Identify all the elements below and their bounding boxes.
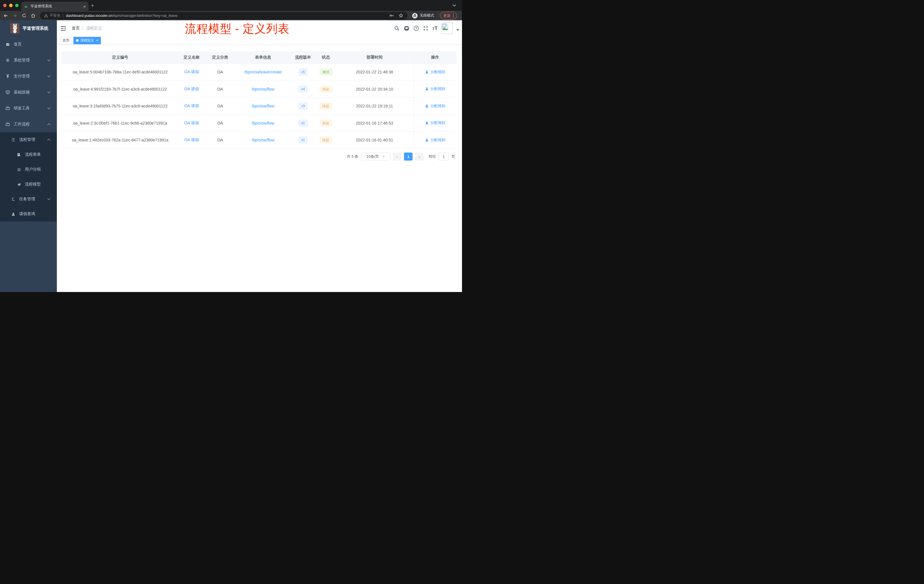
sidebar-item-home[interactable]: 首页 [0, 36, 57, 52]
form-link[interactable]: /bpm/oa/flow [252, 104, 274, 108]
robot-face-icon [16, 167, 21, 172]
definition-name-link[interactable]: OA 请假 [184, 69, 199, 74]
definition-category: OA [204, 81, 237, 98]
tag-close-icon[interactable]: × [96, 39, 98, 43]
definition-id: oa_leave:3:1fad3d93-7b75-11ec-a3c8-acde4… [61, 98, 180, 115]
definition-name-link[interactable]: OA 请假 [184, 87, 199, 91]
table-row: oa_leave:4:991f2193-7b7f-11ec-a3c8-acde4… [61, 81, 456, 98]
chevron-down-icon [47, 107, 51, 109]
avatar[interactable] [441, 23, 452, 34]
definition-category: OA [204, 64, 237, 81]
browser-tab[interactable]: 芋道管理系统 × [21, 2, 89, 11]
version-badge: v2 [299, 120, 307, 127]
form-link[interactable]: /bpm/oa/flow [252, 121, 274, 125]
sidebar-item-leave-query[interactable]: 请假查询 [0, 206, 57, 221]
assign-rule-link[interactable]: 分配规则 [425, 86, 445, 91]
paper-plane-icon [16, 182, 21, 186]
security-label[interactable]: 不安全 [50, 13, 61, 18]
tab-search-chevron-icon[interactable] [452, 4, 456, 7]
sidebar: 芋道管理系统 首页 系统管理 ¥ 支付管理 基础设施 [0, 20, 57, 292]
sidebar-item-user-group[interactable]: 用户分组 [0, 162, 57, 177]
window-controls [3, 4, 18, 7]
new-tab-button[interactable]: + [91, 3, 94, 9]
status-badge: 挂起 [320, 120, 332, 127]
breadcrumb: 首页 / 流程定义 [72, 26, 102, 31]
password-key-icon[interactable] [389, 13, 394, 18]
sidebar-item-workflow[interactable]: 工作流程 [0, 116, 57, 132]
form-link[interactable]: /bpm/oa/flow [252, 138, 274, 142]
github-icon[interactable] [403, 25, 410, 31]
chevron-down-icon [47, 59, 51, 61]
update-button[interactable]: 更新 [440, 12, 457, 20]
back-button[interactable] [1, 13, 10, 18]
breadcrumb-current: 流程定义 [86, 26, 102, 31]
sidebar-logo[interactable]: 芋道管理系统 [0, 20, 57, 36]
form-edit-icon [16, 153, 21, 157]
version-badge: v1 [299, 137, 307, 144]
col-definition-category: 定义分类 [204, 51, 237, 64]
logo-avatar [10, 23, 20, 33]
sidebar-item-label: 流程表单 [25, 152, 41, 157]
search-icon[interactable] [394, 25, 400, 31]
sidebar-collapse-icon[interactable] [61, 26, 66, 31]
assign-rule-link[interactable]: 分配规则 [425, 69, 445, 74]
table-header-row: 定义编号 定义名称 定义分类 表单信息 流程版本 状态 部署时间 操作 [61, 51, 456, 64]
prev-page-button[interactable]: ‹ [393, 153, 401, 160]
goto-page-input[interactable] [439, 153, 449, 160]
help-icon[interactable]: ? [413, 25, 419, 31]
bookmark-star-icon[interactable] [399, 13, 403, 18]
form-link[interactable]: /bpm/oa/leave/create [244, 70, 282, 74]
sidebar-item-label: 流程模型 [25, 182, 41, 187]
page-number-1[interactable]: 1 [404, 153, 412, 160]
avatar-dropdown-caret-icon[interactable] [456, 29, 459, 31]
definition-name-link[interactable]: OA 请假 [184, 137, 199, 142]
monitor-icon [5, 90, 10, 94]
definition-id: oa_leave:5:004b710b-7b8a-11ec-8ef0-acde4… [61, 64, 180, 81]
header-actions: ? TT [394, 20, 459, 36]
sidebar-item-process-management[interactable]: 流程管理 [0, 132, 57, 147]
sidebar-item-infrastructure[interactable]: 基础设施 [0, 84, 57, 100]
tab-close-icon[interactable]: × [83, 4, 86, 8]
definition-name-link[interactable]: OA 请假 [184, 104, 199, 108]
sidebar-item-process-form[interactable]: 流程表单 [0, 147, 57, 162]
tag-process-definition[interactable]: 流程定义 × [73, 37, 101, 44]
assign-rule-link[interactable]: 分配规则 [425, 137, 445, 143]
sidebar-item-system[interactable]: 系统管理 [0, 52, 57, 68]
col-definition-id: 定义编号 [61, 51, 180, 64]
deploy-time: 2022-01-16 01:40:51 [335, 132, 414, 149]
home-button[interactable] [28, 13, 38, 18]
gear-icon [5, 58, 10, 63]
sidebar-item-label: 用户分组 [25, 167, 41, 172]
assign-rule-link[interactable]: 分配规则 [425, 120, 445, 125]
sidebar-item-payment[interactable]: ¥ 支付管理 [0, 68, 57, 84]
forward-button[interactable] [10, 13, 20, 18]
breadcrumb-home[interactable]: 首页 [72, 26, 80, 31]
sidebar-item-task-management[interactable]: 任务管理 [0, 192, 57, 206]
active-dot-icon [76, 39, 79, 42]
font-size-icon[interactable]: TT [432, 25, 437, 31]
yen-icon: ¥ [5, 74, 10, 79]
sidebar-item-label: 任务管理 [19, 196, 35, 202]
browser-menu-icon[interactable] [453, 14, 454, 17]
not-secure-warning-icon [44, 14, 48, 17]
sidebar-item-process-model[interactable]: 流程模型 [0, 177, 57, 192]
url-bar[interactable]: 不安全 dashboard.yudao.iocoder.cn/bpm/manag… [40, 12, 408, 20]
definition-id: oa_leave:2:3c1f0ef1-76b1-11ec-9c66-a2380… [61, 115, 180, 132]
definition-name-link[interactable]: OA 请假 [184, 120, 199, 125]
form-link[interactable]: /bpm/oa/flow [252, 87, 274, 91]
page-size-select[interactable]: 10条/页 [361, 153, 390, 160]
reload-button[interactable] [20, 13, 28, 18]
next-page-button[interactable]: › [415, 153, 424, 160]
sidebar-item-label: 工作流程 [14, 122, 30, 127]
maximize-window-button[interactable] [15, 4, 18, 7]
tab-title: 芋道管理系统 [31, 4, 83, 9]
svg-text:?: ? [416, 26, 417, 30]
assign-rule-link[interactable]: 分配规则 [425, 104, 445, 109]
close-window-button[interactable] [3, 4, 7, 7]
sidebar-item-label: 请假查询 [19, 211, 35, 216]
minimize-window-button[interactable] [9, 4, 13, 7]
tag-home[interactable]: 首页 [60, 37, 72, 44]
fullscreen-icon[interactable] [423, 25, 429, 31]
sidebar-item-label: 系统管理 [14, 58, 30, 63]
sidebar-item-dev-tools[interactable]: 研发工具 [0, 100, 57, 116]
